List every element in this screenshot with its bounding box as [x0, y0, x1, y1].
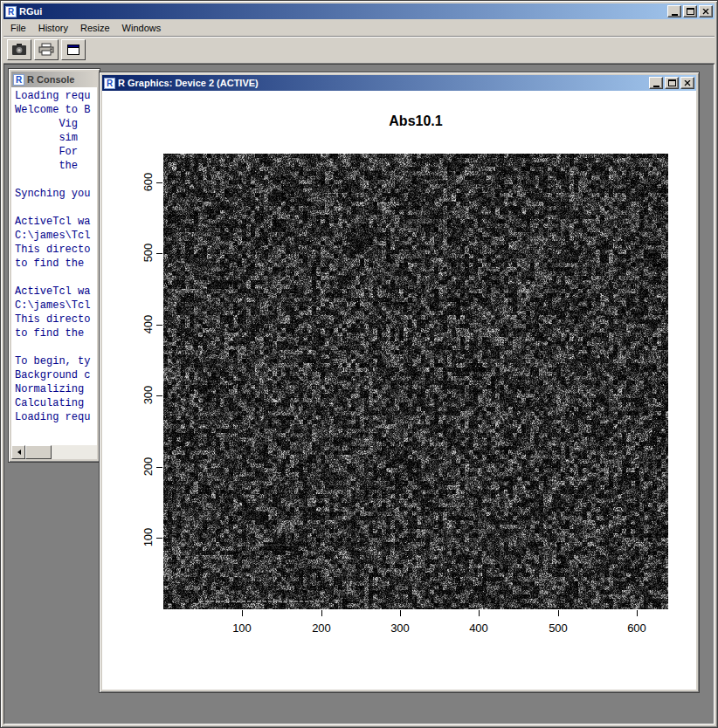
console-line: Loading requ [15, 89, 97, 103]
graphics-maximize-button[interactable] [665, 77, 679, 89]
main-window-controls [667, 5, 713, 17]
y-axis-label: 500 [142, 234, 155, 272]
graphics-window-controls [649, 77, 694, 89]
console-line: To begin, ty [15, 354, 97, 368]
print-button[interactable] [34, 39, 59, 60]
plot-title: Abs10.1 [163, 113, 668, 129]
r-logo-icon: R [104, 78, 115, 89]
close-icon [702, 9, 709, 15]
r-logo-icon: R [5, 6, 17, 17]
y-axis-label: 600 [142, 163, 155, 202]
y-tick-mark [156, 538, 162, 539]
graphics-minimize-button[interactable] [649, 77, 663, 89]
menu-resize[interactable]: Resize [74, 20, 116, 36]
console-line: the [15, 159, 97, 173]
x-axis-label: 500 [539, 622, 577, 635]
close-icon [684, 80, 691, 86]
x-tick-mark [558, 610, 559, 616]
graphics-titlebar[interactable]: R R Graphics: Device 2 (ACTIVE) [102, 75, 696, 91]
console-line: Synching you [15, 187, 97, 201]
console-line: Normalizing [15, 382, 97, 396]
y-tick-mark [156, 395, 162, 396]
maximize-icon [668, 79, 676, 86]
console-line [15, 271, 97, 285]
menu-windows[interactable]: Windows [116, 20, 168, 36]
console-line: ActiveTcl wa [15, 215, 97, 229]
main-window-title: RGui [19, 6, 664, 17]
scrollbar-thumb[interactable] [25, 445, 52, 459]
maximize-icon [687, 8, 694, 15]
menu-bar: File History Resize Windows [3, 19, 715, 36]
y-axis-label: 100 [142, 519, 155, 557]
x-tick-mark [321, 610, 322, 616]
r-graphics-window: R R Graphics: Device 2 (ACTIVE) Abs10.1 [99, 72, 700, 693]
console-line: Vig [15, 117, 97, 131]
console-output[interactable]: Loading requ Welcome to B Vig sim For th… [11, 87, 97, 445]
console-line: to find the [15, 326, 97, 340]
scroll-left-button[interactable] [11, 445, 25, 459]
copy-to-clipboard-button[interactable] [7, 39, 31, 60]
y-tick-mark [156, 253, 162, 254]
console-line: to find the [15, 257, 97, 271]
menu-file[interactable]: File [4, 20, 32, 36]
y-axis-label: 300 [142, 376, 155, 415]
console-line: sim [15, 131, 97, 145]
maximize-button[interactable] [683, 5, 697, 17]
console-line: Background c [15, 368, 97, 382]
main-titlebar[interactable]: R RGui [3, 3, 715, 19]
x-tick-mark [637, 610, 638, 616]
console-horizontal-scrollbar[interactable] [11, 445, 97, 459]
console-focus-icon [65, 43, 82, 57]
x-tick-mark [242, 610, 243, 616]
mdi-workspace: R R Console Loading requ Welcome to B Vi… [3, 64, 715, 725]
console-line: This directo [15, 312, 97, 326]
console-line: Loading requ [15, 410, 97, 424]
x-axis-label: 400 [459, 622, 498, 635]
console-window-title: R Console [27, 74, 95, 85]
console-line [15, 201, 97, 215]
toolbar [3, 36, 715, 64]
y-tick-mark [156, 325, 162, 326]
printer-icon [38, 43, 55, 57]
console-line [15, 173, 97, 187]
x-axis-label: 600 [618, 622, 656, 635]
focus-console-button[interactable] [61, 39, 86, 60]
x-tick-mark [400, 610, 401, 616]
plot-area: Abs10.1 100 200 300 400 500 600 [102, 91, 696, 690]
menu-history[interactable]: History [32, 20, 74, 36]
minimize-icon [672, 14, 678, 16]
y-tick-mark [156, 467, 162, 468]
console-line: C:\james\Tcl [15, 299, 97, 312]
console-line: C:\james\Tcl [15, 229, 97, 243]
console-line: Welcome to B [15, 103, 97, 117]
scroll-left-icon [15, 450, 21, 455]
r-console-window: R R Console Loading requ Welcome to B Vi… [8, 68, 100, 463]
graphics-close-button[interactable] [680, 77, 694, 89]
x-axis-label: 200 [302, 622, 341, 635]
x-tick-mark [479, 610, 480, 616]
console-line [15, 340, 97, 354]
x-axis-label: 100 [223, 622, 261, 635]
graphics-window-title: R Graphics: Device 2 (ACTIVE) [118, 78, 646, 88]
console-line: For [15, 145, 97, 159]
console-line: This directo [15, 243, 97, 257]
console-line: Calculating [15, 396, 97, 410]
x-axis-label: 300 [381, 622, 419, 635]
r-logo-icon: R [13, 74, 24, 86]
rgui-main-window: R RGui File History Resize Windows [0, 0, 718, 728]
y-axis-label: 400 [142, 306, 155, 344]
minimize-icon [653, 86, 659, 87]
scrollbar-track[interactable] [52, 445, 97, 459]
camera-icon [10, 43, 28, 57]
microarray-image [163, 154, 668, 609]
y-tick-mark [156, 182, 162, 183]
close-button[interactable] [699, 5, 713, 17]
console-line: ActiveTcl wa [15, 285, 97, 299]
minimize-button[interactable] [667, 5, 681, 17]
console-titlebar[interactable]: R R Console [11, 72, 97, 87]
y-axis-label: 200 [142, 448, 155, 486]
